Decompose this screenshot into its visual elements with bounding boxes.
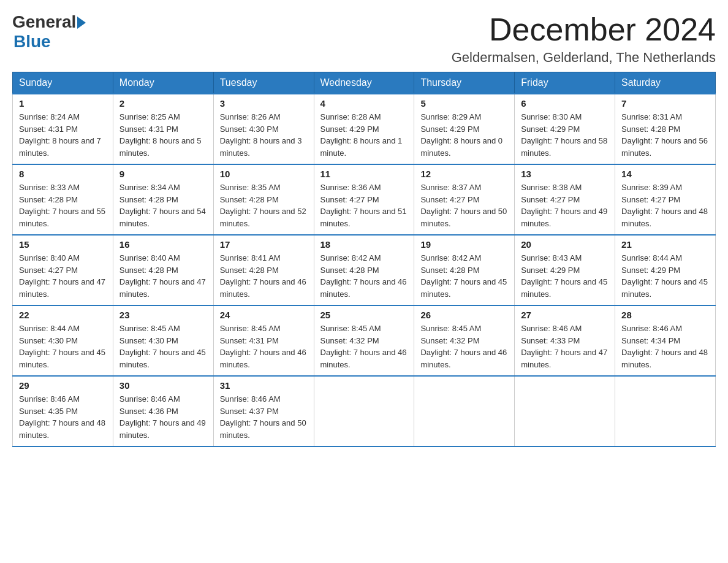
calendar-cell: 23 Sunrise: 8:45 AM Sunset: 4:30 PM Dayl… bbox=[113, 305, 213, 376]
day-number: 15 bbox=[19, 239, 107, 250]
calendar-week-row: 29 Sunrise: 8:46 AM Sunset: 4:35 PM Dayl… bbox=[13, 376, 716, 446]
day-info: Sunrise: 8:33 AM Sunset: 4:28 PM Dayligh… bbox=[19, 182, 107, 229]
calendar-table: SundayMondayTuesdayWednesdayThursdayFrid… bbox=[12, 72, 716, 447]
col-header-wednesday: Wednesday bbox=[314, 72, 414, 94]
calendar-cell: 25 Sunrise: 8:45 AM Sunset: 4:32 PM Dayl… bbox=[314, 305, 414, 376]
day-number: 26 bbox=[420, 310, 508, 320]
calendar-cell: 24 Sunrise: 8:45 AM Sunset: 4:31 PM Dayl… bbox=[213, 305, 314, 376]
day-number: 5 bbox=[420, 98, 508, 109]
day-info: Sunrise: 8:24 AM Sunset: 4:31 PM Dayligh… bbox=[19, 111, 107, 159]
day-number: 10 bbox=[220, 169, 308, 179]
calendar-week-row: 8 Sunrise: 8:33 AM Sunset: 4:28 PM Dayli… bbox=[13, 164, 716, 235]
day-number: 4 bbox=[320, 98, 408, 109]
day-number: 24 bbox=[220, 310, 308, 320]
calendar-cell: 19 Sunrise: 8:42 AM Sunset: 4:28 PM Dayl… bbox=[414, 235, 515, 305]
day-info: Sunrise: 8:45 AM Sunset: 4:31 PM Dayligh… bbox=[220, 323, 308, 370]
day-info: Sunrise: 8:46 AM Sunset: 4:37 PM Dayligh… bbox=[220, 393, 308, 441]
day-number: 8 bbox=[19, 169, 107, 179]
calendar-cell: 2 Sunrise: 8:25 AM Sunset: 4:31 PM Dayli… bbox=[113, 94, 213, 164]
calendar-cell: 10 Sunrise: 8:35 AM Sunset: 4:28 PM Dayl… bbox=[213, 164, 314, 235]
calendar-cell: 12 Sunrise: 8:37 AM Sunset: 4:27 PM Dayl… bbox=[414, 164, 515, 235]
day-number: 3 bbox=[220, 98, 308, 109]
calendar-cell: 20 Sunrise: 8:43 AM Sunset: 4:29 PM Dayl… bbox=[515, 235, 615, 305]
col-header-saturday: Saturday bbox=[615, 72, 716, 94]
calendar-cell: 31 Sunrise: 8:46 AM Sunset: 4:37 PM Dayl… bbox=[213, 376, 314, 446]
calendar-cell bbox=[515, 376, 615, 446]
logo-general-text: General bbox=[12, 12, 76, 32]
day-info: Sunrise: 8:34 AM Sunset: 4:28 PM Dayligh… bbox=[119, 182, 207, 229]
calendar-cell: 13 Sunrise: 8:38 AM Sunset: 4:27 PM Dayl… bbox=[515, 164, 615, 235]
day-number: 14 bbox=[621, 169, 709, 179]
day-number: 25 bbox=[320, 310, 408, 320]
day-number: 21 bbox=[621, 239, 709, 250]
calendar-cell: 14 Sunrise: 8:39 AM Sunset: 4:27 PM Dayl… bbox=[615, 164, 716, 235]
day-info: Sunrise: 8:36 AM Sunset: 4:27 PM Dayligh… bbox=[320, 182, 408, 229]
day-info: Sunrise: 8:40 AM Sunset: 4:27 PM Dayligh… bbox=[19, 252, 107, 300]
day-info: Sunrise: 8:37 AM Sunset: 4:27 PM Dayligh… bbox=[420, 182, 508, 229]
logo-blue-text: Blue bbox=[13, 32, 51, 52]
day-info: Sunrise: 8:42 AM Sunset: 4:28 PM Dayligh… bbox=[420, 252, 508, 300]
day-number: 13 bbox=[521, 169, 609, 179]
col-header-sunday: Sunday bbox=[13, 72, 113, 94]
calendar-week-row: 1 Sunrise: 8:24 AM Sunset: 4:31 PM Dayli… bbox=[13, 94, 716, 164]
day-info: Sunrise: 8:26 AM Sunset: 4:30 PM Dayligh… bbox=[220, 111, 308, 159]
day-info: Sunrise: 8:44 AM Sunset: 4:30 PM Dayligh… bbox=[19, 323, 107, 370]
calendar-cell: 29 Sunrise: 8:46 AM Sunset: 4:35 PM Dayl… bbox=[13, 376, 113, 446]
day-info: Sunrise: 8:28 AM Sunset: 4:29 PM Dayligh… bbox=[320, 111, 408, 159]
day-number: 18 bbox=[320, 239, 408, 250]
day-number: 31 bbox=[220, 380, 308, 391]
col-header-thursday: Thursday bbox=[414, 72, 515, 94]
calendar-header-row: SundayMondayTuesdayWednesdayThursdayFrid… bbox=[13, 72, 716, 94]
day-number: 1 bbox=[19, 98, 107, 109]
calendar-cell bbox=[414, 376, 515, 446]
day-info: Sunrise: 8:42 AM Sunset: 4:28 PM Dayligh… bbox=[320, 252, 408, 300]
day-number: 29 bbox=[19, 380, 107, 391]
day-number: 27 bbox=[521, 310, 609, 320]
calendar-cell: 9 Sunrise: 8:34 AM Sunset: 4:28 PM Dayli… bbox=[113, 164, 213, 235]
day-number: 12 bbox=[420, 169, 508, 179]
calendar-cell: 22 Sunrise: 8:44 AM Sunset: 4:30 PM Dayl… bbox=[13, 305, 113, 376]
day-info: Sunrise: 8:46 AM Sunset: 4:34 PM Dayligh… bbox=[621, 323, 709, 370]
location-subtitle: Geldermalsen, Gelderland, The Netherland… bbox=[452, 50, 716, 66]
calendar-cell: 3 Sunrise: 8:26 AM Sunset: 4:30 PM Dayli… bbox=[213, 94, 314, 164]
logo-arrow-icon bbox=[77, 17, 86, 29]
col-header-tuesday: Tuesday bbox=[213, 72, 314, 94]
calendar-cell: 30 Sunrise: 8:46 AM Sunset: 4:36 PM Dayl… bbox=[113, 376, 213, 446]
calendar-cell: 26 Sunrise: 8:45 AM Sunset: 4:32 PM Dayl… bbox=[414, 305, 515, 376]
day-info: Sunrise: 8:46 AM Sunset: 4:35 PM Dayligh… bbox=[19, 393, 107, 441]
calendar-cell: 11 Sunrise: 8:36 AM Sunset: 4:27 PM Dayl… bbox=[314, 164, 414, 235]
day-number: 20 bbox=[521, 239, 609, 250]
day-info: Sunrise: 8:44 AM Sunset: 4:29 PM Dayligh… bbox=[621, 252, 709, 300]
calendar-cell: 4 Sunrise: 8:28 AM Sunset: 4:29 PM Dayli… bbox=[314, 94, 414, 164]
title-block: December 2024 Geldermalsen, Gelderland, … bbox=[452, 12, 716, 66]
calendar-cell: 28 Sunrise: 8:46 AM Sunset: 4:34 PM Dayl… bbox=[615, 305, 716, 376]
day-info: Sunrise: 8:35 AM Sunset: 4:28 PM Dayligh… bbox=[220, 182, 308, 229]
calendar-cell: 17 Sunrise: 8:41 AM Sunset: 4:28 PM Dayl… bbox=[213, 235, 314, 305]
day-number: 30 bbox=[119, 380, 207, 391]
day-number: 17 bbox=[220, 239, 308, 250]
day-info: Sunrise: 8:31 AM Sunset: 4:28 PM Dayligh… bbox=[621, 111, 709, 159]
day-info: Sunrise: 8:29 AM Sunset: 4:29 PM Dayligh… bbox=[420, 111, 508, 159]
day-number: 6 bbox=[521, 98, 609, 109]
calendar-cell: 15 Sunrise: 8:40 AM Sunset: 4:27 PM Dayl… bbox=[13, 235, 113, 305]
day-info: Sunrise: 8:46 AM Sunset: 4:36 PM Dayligh… bbox=[119, 393, 207, 441]
day-info: Sunrise: 8:40 AM Sunset: 4:28 PM Dayligh… bbox=[119, 252, 207, 300]
day-number: 9 bbox=[119, 169, 207, 179]
day-info: Sunrise: 8:39 AM Sunset: 4:27 PM Dayligh… bbox=[621, 182, 709, 229]
day-number: 22 bbox=[19, 310, 107, 320]
col-header-monday: Monday bbox=[113, 72, 213, 94]
day-info: Sunrise: 8:30 AM Sunset: 4:29 PM Dayligh… bbox=[521, 111, 609, 159]
calendar-cell: 18 Sunrise: 8:42 AM Sunset: 4:28 PM Dayl… bbox=[314, 235, 414, 305]
day-number: 19 bbox=[420, 239, 508, 250]
calendar-cell: 7 Sunrise: 8:31 AM Sunset: 4:28 PM Dayli… bbox=[615, 94, 716, 164]
day-info: Sunrise: 8:46 AM Sunset: 4:33 PM Dayligh… bbox=[521, 323, 609, 370]
calendar-cell bbox=[615, 376, 716, 446]
month-title: December 2024 bbox=[452, 12, 716, 47]
calendar-cell: 27 Sunrise: 8:46 AM Sunset: 4:33 PM Dayl… bbox=[515, 305, 615, 376]
day-info: Sunrise: 8:38 AM Sunset: 4:27 PM Dayligh… bbox=[521, 182, 609, 229]
day-info: Sunrise: 8:45 AM Sunset: 4:30 PM Dayligh… bbox=[119, 323, 207, 370]
calendar-cell: 16 Sunrise: 8:40 AM Sunset: 4:28 PM Dayl… bbox=[113, 235, 213, 305]
calendar-cell: 6 Sunrise: 8:30 AM Sunset: 4:29 PM Dayli… bbox=[515, 94, 615, 164]
calendar-cell: 21 Sunrise: 8:44 AM Sunset: 4:29 PM Dayl… bbox=[615, 235, 716, 305]
col-header-friday: Friday bbox=[515, 72, 615, 94]
